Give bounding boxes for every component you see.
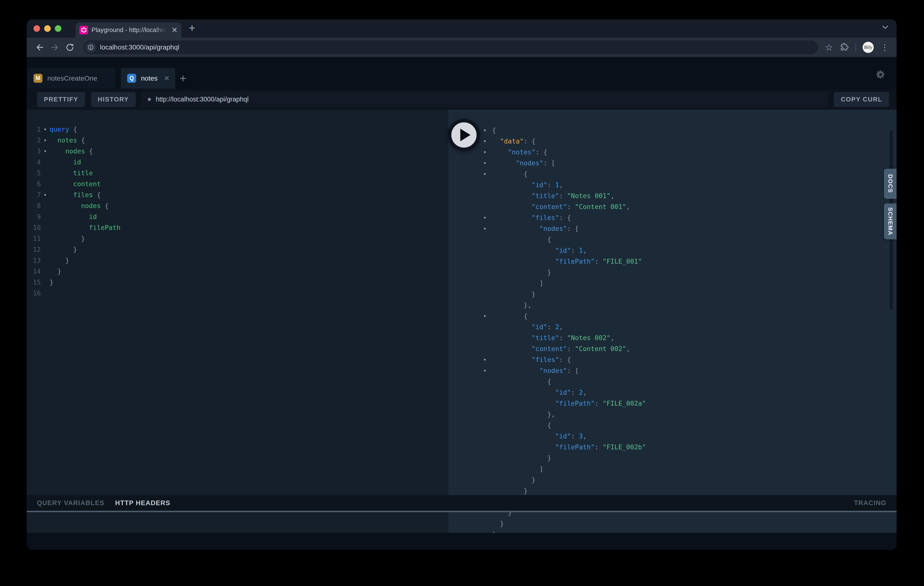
history-button[interactable]: HISTORY [91, 92, 135, 107]
schema-side-tab[interactable]: SCHEMA [884, 204, 897, 239]
fold-arrow-icon[interactable]: ▾ [41, 189, 50, 200]
fold-arrow-icon[interactable]: ▾ [477, 157, 492, 169]
code-line: } [449, 529, 897, 533]
code-text: "filePath": "FILE_002a" [492, 398, 646, 409]
fold-gutter [41, 288, 50, 299]
reload-icon[interactable] [63, 41, 77, 54]
prettify-button[interactable]: PRETTIFY [37, 92, 85, 107]
code-line: 5 title [27, 167, 449, 179]
bookmark-star-icon[interactable]: ☆ [825, 43, 833, 52]
fold-gutter [41, 255, 50, 266]
fold-gutter [41, 211, 50, 222]
fold-gutter [477, 420, 492, 430]
close-tab-icon[interactable]: ✕ [172, 26, 178, 34]
query-variables-tab[interactable]: QUERY VARIABLES [37, 499, 105, 507]
code-line: } [449, 474, 897, 485]
browser-tab[interactable]: Playground - http://localhost:3000/api/g… [76, 22, 182, 38]
back-icon[interactable] [33, 41, 46, 54]
fold-gutter [41, 277, 50, 288]
fold-arrow-icon[interactable]: ▾ [41, 135, 50, 146]
code-text: id [50, 157, 81, 167]
endpoint-input[interactable]: http://localhost:3000/api/graphql [142, 92, 828, 107]
code-line: }, [449, 409, 897, 420]
graphql-favicon-icon [79, 26, 88, 35]
playground-tab-notescreateone[interactable]: M notesCreateOne [27, 68, 116, 89]
response-json: ▾{▾ "data": {▾ "notes": {▾ "nodes": [▾ {… [449, 125, 897, 533]
code-text: } [50, 277, 53, 288]
fold-arrow-icon[interactable]: ▾ [477, 147, 492, 157]
browser-tab-title: Playground - http://localhost:3000/api/g… [91, 26, 168, 34]
code-text: { [492, 311, 528, 321]
fold-gutter [477, 343, 492, 354]
code-line: ▾ "notes": { [449, 147, 897, 157]
http-headers-tab[interactable]: HTTP HEADERS [115, 499, 171, 507]
fold-arrow-icon[interactable]: ▾ [477, 354, 492, 365]
line-number: 7 [31, 189, 41, 200]
code-line: "filePath": "FILE_002b" [449, 442, 897, 452]
code-text: { [492, 420, 551, 430]
line-number: 10 [31, 222, 41, 233]
response-viewer: ▾{▾ "data": {▾ "notes": {▾ "nodes": [▾ {… [449, 110, 897, 533]
code-line: 15} [27, 277, 449, 288]
line-number: 14 [31, 266, 41, 277]
fold-arrow-icon[interactable]: ▾ [477, 223, 492, 234]
code-text: }, [492, 300, 531, 311]
address-bar[interactable]: localhost:3000/api/graphql [84, 41, 818, 54]
fold-arrow-icon[interactable]: ▾ [477, 169, 492, 179]
fold-arrow-icon[interactable]: ▾ [41, 124, 50, 135]
fold-gutter [477, 452, 492, 464]
docs-side-tab[interactable]: DOCS [884, 169, 897, 199]
new-tab-button[interactable]: + [189, 22, 195, 35]
tab-search-chevron-icon[interactable] [882, 25, 888, 30]
fold-gutter [41, 179, 50, 189]
fold-gutter [477, 398, 492, 409]
playground-main: 1▾query {2▾ notes {3▾ nodes {4 id5 title… [27, 110, 897, 533]
copy-curl-button[interactable]: COPY CURL [834, 92, 889, 107]
code-line: { [449, 234, 897, 245]
fold-gutter [477, 430, 492, 442]
execute-button[interactable] [448, 119, 480, 151]
fold-arrow-icon[interactable]: ▾ [477, 365, 492, 376]
url-text: localhost:3000/api/graphql [100, 43, 179, 51]
mutation-badge: M [33, 74, 43, 83]
playground-tab-label: notes [141, 74, 158, 82]
playground-tab-notes[interactable]: Q notes ✕ [121, 68, 175, 89]
code-text: "id": 1, [492, 179, 563, 190]
browser-tabbar: Playground - http://localhost:3000/api/g… [27, 20, 897, 38]
fold-gutter [477, 256, 492, 267]
fold-arrow-icon[interactable]: ▾ [477, 311, 492, 321]
fold-arrow-icon[interactable]: ▾ [41, 146, 50, 157]
code-line: }, [449, 300, 897, 311]
add-playground-tab-button[interactable]: + [180, 71, 186, 85]
fold-gutter [477, 190, 492, 201]
code-text: nodes { [50, 146, 93, 157]
settings-gear-icon[interactable] [875, 69, 886, 81]
site-info-icon[interactable] [86, 42, 96, 53]
browser-menu-icon[interactable]: ⋮ [881, 43, 889, 51]
code-text: "id": 3, [492, 430, 587, 442]
fold-gutter [41, 244, 50, 255]
fold-arrow-icon[interactable]: ▾ [477, 212, 492, 223]
fold-gutter [477, 518, 492, 529]
code-line: ▾ "files": { [449, 212, 897, 223]
tracing-tab[interactable]: TRACING [854, 499, 887, 507]
code-text: "filePath": "FILE_001" [492, 256, 642, 267]
close-window-button[interactable] [33, 25, 40, 32]
code-text: "notes": { [492, 147, 548, 157]
minimize-window-button[interactable] [44, 25, 51, 32]
code-line: "title": "Notes 002", [449, 332, 897, 343]
line-number: 12 [31, 244, 41, 255]
code-text: } [492, 474, 536, 485]
close-playground-tab-icon[interactable]: ✕ [164, 74, 170, 82]
fold-gutter [41, 266, 50, 277]
fold-gutter [477, 300, 492, 311]
code-text: } [492, 452, 551, 464]
code-text: } [492, 485, 528, 496]
profile-avatar[interactable]: Billy [863, 42, 874, 53]
forward-icon[interactable] [48, 41, 62, 54]
extensions-icon[interactable] [840, 43, 848, 52]
play-triangle [460, 129, 470, 141]
query-editor[interactable]: 1▾query {2▾ notes {3▾ nodes {4 id5 title… [27, 110, 449, 533]
playground-tabstrip: M notesCreateOne Q notes ✕ + [27, 68, 186, 89]
zoom-window-button[interactable] [55, 25, 61, 32]
